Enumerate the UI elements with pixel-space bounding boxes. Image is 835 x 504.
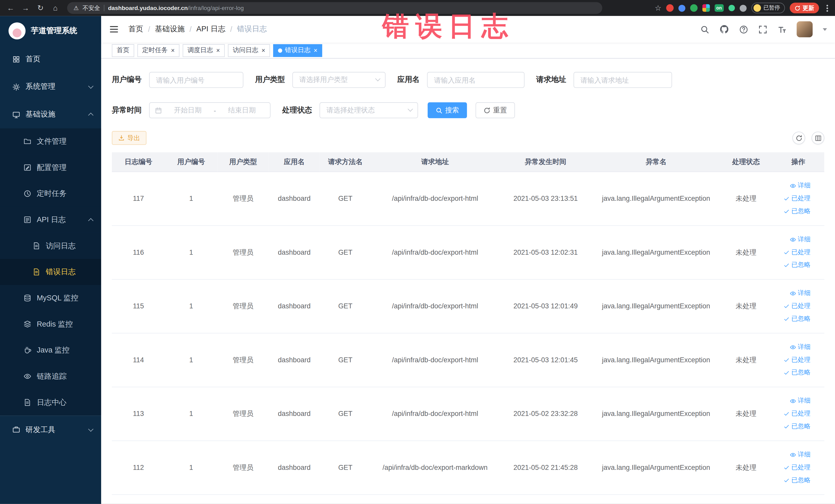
search-icon[interactable] — [700, 25, 709, 34]
detail-link[interactable]: 详细 — [790, 235, 811, 244]
breadcrumb-separator: / — [148, 25, 150, 34]
columns-toggle-button[interactable] — [812, 132, 824, 144]
user-avatar[interactable] — [797, 21, 813, 37]
user-id-input[interactable] — [149, 72, 243, 88]
extension-icon-red[interactable] — [666, 4, 674, 12]
extension-icon-on-badge[interactable]: on — [715, 4, 724, 12]
back-icon[interactable]: ← — [4, 2, 17, 14]
extension-icon-grid[interactable] — [702, 4, 710, 12]
cell-app: dashboard — [269, 441, 320, 495]
ignored-link[interactable]: 已忽略 — [783, 368, 811, 377]
fullscreen-icon[interactable] — [758, 25, 767, 34]
tab-label: 访问日志 — [233, 46, 259, 55]
tab-错误日志[interactable]: 错误日志× — [273, 44, 322, 57]
main-area: 首页/基础设施/API 日志/错误日志 首页定时任务×调度日志×访问日志×错误日… — [101, 16, 835, 504]
detail-link[interactable]: 详细 — [790, 450, 811, 459]
dashboard-icon — [12, 55, 20, 63]
sidebar-item-redis[interactable]: Redis 监控 — [0, 311, 101, 337]
eye-icon — [790, 344, 796, 350]
tab-调度日志[interactable]: 调度日志× — [183, 44, 225, 57]
request-url-input[interactable] — [573, 72, 672, 88]
sidebar-item-system[interactable]: 系统管理 — [0, 73, 101, 101]
sidebar-item-java[interactable]: Java 监控 — [0, 337, 101, 363]
status-select[interactable]: 请选择处理状态 — [320, 102, 418, 118]
processed-link[interactable]: 已处理 — [783, 248, 811, 257]
processed-link[interactable]: 已处理 — [783, 463, 811, 472]
action-label: 已处理 — [791, 355, 811, 364]
detail-link[interactable]: 详细 — [790, 343, 811, 351]
sidebar-item-job[interactable]: 定时任务 — [0, 181, 101, 207]
tab-label: 错误日志 — [285, 46, 311, 55]
extension-icon-paw[interactable] — [739, 5, 747, 12]
column-header: 操作 — [772, 152, 824, 172]
cell-url: /api/infra/db-doc/export-html — [371, 333, 499, 387]
caret-down-icon[interactable] — [823, 28, 827, 33]
cell-time: 2021-05-03 12:02:31 — [499, 225, 592, 279]
tab-定时任务[interactable]: 定时任务× — [137, 44, 179, 57]
sidebar-item-infra[interactable]: 基础设施 — [0, 101, 101, 128]
close-icon[interactable]: × — [171, 47, 175, 54]
cell-url: /api/infra/db-doc/export-html — [371, 172, 499, 225]
update-button[interactable]: 更新 — [790, 3, 819, 13]
browser-menu-icon[interactable] — [827, 7, 828, 9]
close-icon[interactable]: × — [262, 47, 265, 54]
breadcrumb-item[interactable]: 基础设施 — [155, 24, 185, 34]
monitor-icon — [12, 110, 20, 118]
sidebar-item-error-log[interactable]: 错误日志 — [0, 259, 101, 285]
font-size-icon[interactable] — [777, 25, 787, 34]
refresh-table-button[interactable] — [792, 132, 805, 144]
exception-time-range[interactable]: 开始日期 - 结束日期 — [149, 102, 270, 118]
navbar-actions — [700, 21, 827, 37]
detail-link[interactable]: 详细 — [790, 288, 811, 298]
processed-link[interactable]: 已处理 — [783, 409, 811, 418]
cell-app: dashboard — [269, 279, 320, 333]
detail-link[interactable]: 详细 — [790, 181, 811, 190]
app-name-input[interactable] — [427, 72, 525, 88]
sidebar-item-home[interactable]: 首页 — [0, 45, 101, 73]
address-bar[interactable]: ⚠ 不安全 dashboard.yudao.iocoder.cn/infra/l… — [67, 2, 602, 14]
chevron-down-icon — [408, 106, 413, 112]
ignored-link[interactable]: 已忽略 — [783, 422, 811, 431]
ignored-link[interactable]: 已忽略 — [783, 476, 811, 485]
sidebar-item-api-log[interactable]: API 日志 — [0, 207, 101, 233]
reset-button[interactable]: 重置 — [476, 102, 515, 118]
export-button[interactable]: 导出 — [112, 131, 147, 145]
detail-link[interactable]: 详细 — [790, 397, 811, 405]
tab-首页[interactable]: 首页 — [112, 44, 134, 57]
date-separator: - — [214, 106, 216, 114]
ignored-link[interactable]: 已忽略 — [783, 260, 811, 269]
ignored-link[interactable]: 已忽略 — [783, 207, 811, 216]
processed-link[interactable]: 已处理 — [783, 355, 811, 364]
browser-home-icon[interactable]: ⌂ — [49, 2, 62, 14]
hamburger-icon[interactable] — [109, 24, 119, 34]
forward-icon[interactable]: → — [19, 2, 32, 14]
github-icon[interactable] — [719, 24, 729, 34]
sidebar-item-file[interactable]: 文件管理 — [0, 128, 101, 155]
close-icon[interactable]: × — [216, 47, 220, 54]
reload-icon[interactable]: ↻ — [34, 2, 47, 14]
sidebar-item-log-center[interactable]: 日志中心 — [0, 389, 101, 416]
sidebar-item-trace[interactable]: 链路追踪 — [0, 363, 101, 389]
extension-icon-leaf[interactable] — [728, 5, 735, 11]
bookmark-star-icon[interactable]: ☆ — [655, 4, 661, 12]
search-button[interactable]: 搜索 — [428, 102, 467, 118]
user-type-select[interactable]: 请选择用户类型 — [292, 72, 386, 88]
ignored-link[interactable]: 已忽略 — [783, 314, 811, 323]
extension-icon-green[interactable] — [690, 4, 698, 12]
close-icon[interactable]: × — [314, 47, 318, 54]
breadcrumb-item[interactable]: API 日志 — [196, 24, 225, 34]
help-icon[interactable] — [739, 25, 748, 34]
processed-link[interactable]: 已处理 — [783, 194, 811, 203]
profile-chip[interactable]: 已暂停 — [751, 3, 785, 13]
tab-访问日志[interactable]: 访问日志× — [228, 44, 270, 57]
breadcrumb-item[interactable]: 首页 — [128, 24, 143, 34]
sidebar-item-config[interactable]: 配置管理 — [0, 155, 101, 181]
cell-method: GET — [320, 279, 371, 333]
sidebar-item-mysql[interactable]: MySQL 监控 — [0, 285, 101, 311]
sidebar-item-devtools[interactable]: 研发工具 — [0, 416, 101, 443]
doc-icon — [32, 242, 40, 250]
status-placeholder: 请选择处理状态 — [326, 105, 375, 115]
sidebar-item-access-log[interactable]: 访问日志 — [0, 233, 101, 259]
extension-icon-blue[interactable] — [678, 5, 685, 12]
processed-link[interactable]: 已处理 — [783, 301, 811, 310]
